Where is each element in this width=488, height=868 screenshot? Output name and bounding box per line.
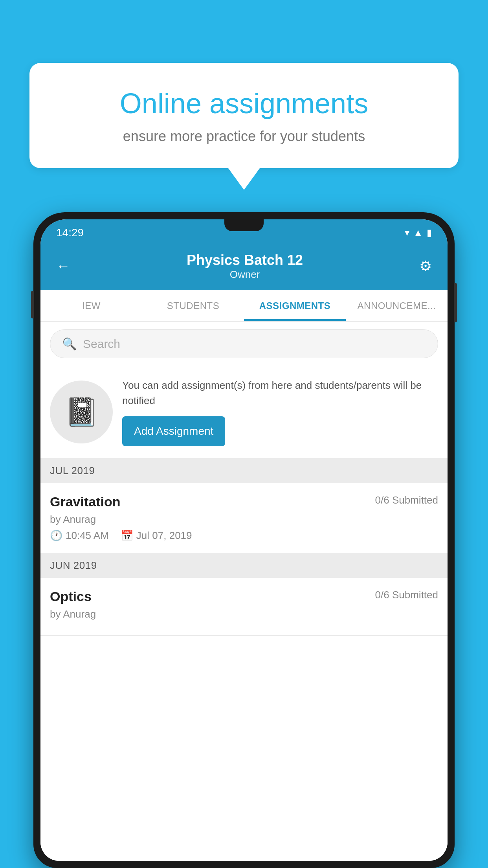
assignment-meta-gravitation: 🕐 10:45 AM 📅 Jul 07, 2019: [50, 530, 438, 542]
settings-button[interactable]: ⚙: [419, 258, 432, 274]
signal-icon: ▲: [413, 227, 423, 238]
assignment-optics-row1: Optics 0/6 Submitted: [50, 589, 438, 604]
calendar-icon: 📅: [121, 530, 133, 542]
search-bar[interactable]: 🔍 Search: [50, 329, 438, 358]
month-header-jul: JUL 2019: [40, 458, 448, 483]
promo-text-area: You can add assignment(s) from here and …: [122, 378, 438, 446]
search-icon: 🔍: [62, 337, 77, 351]
assignment-by-optics: by Anurag: [50, 608, 438, 620]
screen-title: Physics Batch 12: [70, 252, 419, 268]
assignment-submitted-gravitation: 0/6 Submitted: [375, 494, 438, 506]
assignment-icon: 📓: [64, 396, 99, 428]
speech-bubble-subtitle: ensure more practice for your students: [57, 128, 431, 145]
tab-students[interactable]: STUDENTS: [142, 290, 244, 321]
back-button[interactable]: ←: [56, 258, 70, 274]
speech-bubble-title: Online assignments: [57, 86, 431, 120]
speech-bubble-area: Online assignments ensure more practice …: [29, 63, 459, 190]
search-bar-container: 🔍 Search: [40, 322, 448, 366]
assignment-title-gravitation: Gravitation: [50, 494, 120, 509]
clock-icon: 🕐: [50, 530, 62, 542]
promo-description: You can add assignment(s) from here and …: [122, 378, 438, 408]
promo-section: 📓 You can add assignment(s) from here an…: [40, 366, 448, 458]
speech-bubble-arrow: [228, 168, 260, 190]
month-label-jul: JUL 2019: [50, 465, 95, 476]
month-header-jun: JUN 2019: [40, 553, 448, 578]
tab-iew[interactable]: IEW: [40, 290, 142, 321]
header-title-area: Physics Batch 12 Owner: [70, 252, 419, 281]
assignment-date-gravitation: 📅 Jul 07, 2019: [121, 530, 192, 542]
assignment-submitted-optics: 0/6 Submitted: [375, 589, 438, 601]
assignment-item-gravitation[interactable]: Gravitation 0/6 Submitted by Anurag 🕐 10…: [40, 483, 448, 553]
search-placeholder: Search: [83, 337, 120, 351]
assignment-item-optics[interactable]: Optics 0/6 Submitted by Anurag: [40, 578, 448, 636]
add-assignment-button[interactable]: Add Assignment: [122, 416, 225, 446]
month-label-jun: JUN 2019: [50, 559, 97, 571]
battery-icon: ▮: [427, 227, 432, 238]
content-area: 🔍 Search 📓 You can add assignment(s) fro…: [40, 322, 448, 861]
screen-subtitle: Owner: [70, 268, 419, 281]
assignment-row-1: Gravitation 0/6 Submitted: [50, 494, 438, 509]
assignment-time-gravitation: 🕐 10:45 AM: [50, 530, 109, 542]
promo-icon-circle: 📓: [50, 381, 113, 443]
tab-assignments[interactable]: ASSIGNMENTS: [244, 290, 346, 321]
tabs-bar: IEW STUDENTS ASSIGNMENTS ANNOUNCEME...: [40, 290, 448, 322]
phone-screen: 14:29 ▾ ▲ ▮ ← Physics Batch 12 Owner ⚙ I…: [40, 219, 448, 861]
assignment-by-gravitation: by Anurag: [50, 513, 438, 526]
app-header: ← Physics Batch 12 Owner ⚙: [40, 244, 448, 290]
phone-notch: [224, 219, 264, 231]
assignment-date-label: Jul 07, 2019: [136, 530, 192, 542]
assignment-title-optics: Optics: [50, 589, 92, 604]
phone-frame: 14:29 ▾ ▲ ▮ ← Physics Batch 12 Owner ⚙ I…: [33, 212, 455, 868]
phone-volume-button: [31, 291, 34, 318]
wifi-icon: ▾: [405, 227, 409, 238]
phone-power-button: [454, 283, 457, 322]
status-time: 14:29: [56, 226, 84, 239]
status-icons: ▾ ▲ ▮: [405, 227, 432, 238]
speech-bubble: Online assignments ensure more practice …: [29, 63, 459, 168]
assignment-time-label: 10:45 AM: [66, 530, 109, 542]
tab-announcements[interactable]: ANNOUNCEME...: [346, 290, 448, 321]
